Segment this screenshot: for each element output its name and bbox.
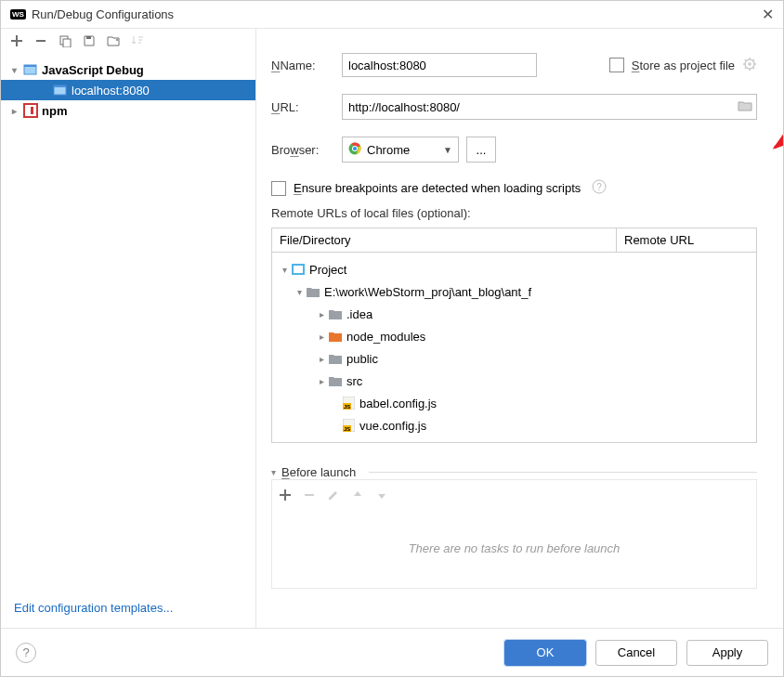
chevron-down-icon[interactable]: ▾	[271, 467, 276, 477]
tree-label: node_modules	[346, 330, 425, 344]
tree-label: E:\work\WebStorm_proj\ant_blog\ant_f	[324, 285, 531, 299]
chevron-right-icon: ▸	[315, 376, 328, 386]
tree-label: src	[346, 374, 362, 388]
separator	[369, 472, 757, 473]
remove-icon	[304, 489, 315, 503]
svg-rect-7	[54, 85, 66, 87]
chevron-down-icon: ▾	[8, 65, 20, 75]
down-icon	[376, 489, 387, 503]
ok-button[interactable]: OK	[504, 640, 586, 666]
category-label: npm	[42, 104, 67, 118]
edit-icon	[328, 489, 339, 503]
config-panel: NName: Store as project file URL: Browse…	[256, 29, 783, 628]
svg-rect-2	[63, 39, 71, 47]
chevron-right-icon: ▸	[315, 309, 328, 319]
store-project-label: Store as project file	[632, 59, 735, 72]
gear-icon[interactable]	[742, 57, 757, 74]
dialog-body: ▾ JavaScript Debug localhost:8080 ▸ npm	[1, 29, 783, 628]
folder-icon	[328, 329, 343, 344]
folder-icon	[306, 284, 320, 299]
tree-label: babel.config.js	[359, 397, 437, 410]
chrome-icon	[348, 142, 361, 158]
folder-icon	[328, 373, 343, 388]
sort-icon[interactable]	[131, 34, 144, 50]
window-title: Run/Debug Configurations	[32, 7, 762, 21]
chevron-right-icon: ▸	[8, 106, 20, 116]
tree-label: .idea	[346, 307, 372, 321]
file-tree: ▾ Project ▾ E:\work\WebStorm_proj\ant_bl…	[272, 253, 756, 442]
save-icon[interactable]	[83, 34, 96, 50]
app-icon: WS	[10, 9, 26, 20]
jsfile-icon: JS	[341, 418, 356, 433]
chevron-right-icon: ▸	[315, 354, 328, 364]
tree-item[interactable]: JSvue.config.js	[272, 414, 756, 436]
url-input[interactable]	[348, 100, 738, 114]
empty-text: There are no tasks to run before launch	[409, 541, 621, 555]
npm-icon	[23, 103, 38, 118]
folder-icon[interactable]	[107, 34, 120, 50]
browser-more-button[interactable]: ...	[466, 137, 496, 163]
col-file: File/Directory	[272, 228, 617, 252]
close-icon[interactable]: ✕	[762, 6, 774, 23]
add-icon[interactable]	[10, 34, 23, 50]
url-label: URL:	[271, 100, 342, 114]
ensure-breakpoints-label: Ensure breakpoints are detected when loa…	[294, 181, 581, 195]
sidebar: ▾ JavaScript Debug localhost:8080 ▸ npm	[1, 29, 256, 628]
table-header: File/Directory Remote URL	[272, 228, 756, 253]
add-icon[interactable]	[280, 489, 291, 503]
svg-rect-9	[31, 107, 33, 114]
folder-icon	[328, 351, 343, 366]
project-icon	[291, 262, 306, 277]
category-label: JavaScript Debug	[42, 63, 144, 77]
tree-category-js-debug[interactable]: ▾ JavaScript Debug	[1, 59, 255, 80]
chevron-down-icon: ▾	[293, 287, 306, 297]
remote-urls-label: Remote URLs of local files (optional):	[271, 206, 757, 220]
annotation-arrow	[767, 94, 783, 159]
js-debug-icon	[53, 83, 68, 98]
browser-label: Browser:	[271, 143, 342, 157]
chevron-down-icon: ▼	[443, 145, 452, 155]
dialog-footer: ? OK Cancel Apply	[1, 628, 783, 676]
tree-item[interactable]: ▸node_modules	[272, 325, 756, 347]
config-item-label: localhost:8080	[72, 84, 150, 98]
apply-button[interactable]: Apply	[686, 640, 768, 666]
name-label: NName:	[271, 59, 342, 72]
before-launch-body: There are no tasks to run before launch	[271, 509, 757, 589]
tree-item[interactable]: ▸src	[272, 370, 756, 392]
tree-item-localhost[interactable]: localhost:8080	[1, 80, 255, 100]
folder-icon	[328, 306, 343, 321]
help-icon[interactable]: ?	[592, 179, 607, 197]
tree-category-npm[interactable]: ▸ npm	[1, 100, 255, 121]
jsfile-icon: JS	[341, 396, 356, 410]
svg-point-12	[748, 62, 751, 66]
svg-line-10	[775, 98, 783, 148]
svg-text:?: ?	[597, 182, 603, 192]
url-input-wrapper[interactable]	[342, 94, 757, 120]
cancel-button[interactable]: Cancel	[595, 640, 677, 666]
tree-project-root[interactable]: ▾ Project	[272, 258, 756, 280]
name-input[interactable]	[342, 53, 537, 77]
titlebar: WS Run/Debug Configurations ✕	[1, 1, 783, 29]
tree-item[interactable]: JSbabel.config.js	[272, 392, 756, 414]
remove-icon[interactable]	[34, 34, 47, 50]
tree-label: vue.config.js	[359, 419, 426, 433]
svg-rect-5	[24, 65, 36, 67]
edit-templates-link[interactable]: Edit configuration templates...	[14, 601, 173, 615]
before-launch-toolbar	[271, 479, 757, 509]
tree-project-path[interactable]: ▾ E:\work\WebStorm_proj\ant_blog\ant_f	[272, 280, 756, 303]
tree-label: public	[346, 352, 378, 366]
chevron-right-icon: ▸	[315, 332, 328, 342]
copy-icon[interactable]	[59, 34, 72, 50]
config-tree: ▾ JavaScript Debug localhost:8080 ▸ npm	[1, 56, 255, 573]
ensure-breakpoints-checkbox[interactable]	[271, 181, 286, 196]
remote-urls-table: File/Directory Remote URL ▾ Project ▾ E:…	[271, 228, 757, 443]
svg-rect-0	[36, 40, 46, 42]
svg-rect-19	[294, 266, 303, 273]
store-project-checkbox[interactable]	[609, 58, 624, 72]
folder-browse-icon[interactable]	[738, 99, 752, 115]
help-button[interactable]: ?	[16, 643, 36, 663]
tree-item[interactable]: ▸public	[272, 347, 756, 370]
svg-rect-26	[305, 494, 314, 496]
browser-select[interactable]: Chrome ▼	[342, 137, 459, 163]
tree-item[interactable]: ▸.idea	[272, 303, 756, 325]
